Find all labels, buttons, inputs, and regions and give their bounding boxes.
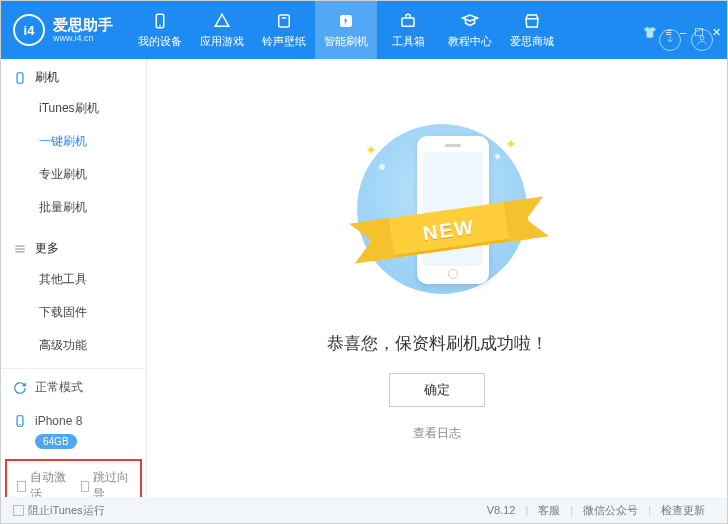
nav-store[interactable]: 爱思商城 <box>501 1 563 59</box>
nav-my-devices[interactable]: 我的设备 <box>129 1 191 59</box>
nav-label: 智能刷机 <box>324 34 368 49</box>
view-log-link[interactable]: 查看日志 <box>413 425 461 442</box>
device-mode: 正常模式 <box>1 369 146 406</box>
nav-label: 爱思商城 <box>510 34 554 49</box>
sidebar-item-advanced[interactable]: 高级功能 <box>1 329 146 362</box>
sidebar-group-flash: 刷机 <box>1 59 146 92</box>
star-icon: ✦ <box>505 136 517 152</box>
brand-url: www.i4.cn <box>53 34 113 43</box>
sidebar-heading: 更多 <box>35 240 59 257</box>
more-icon <box>13 242 27 256</box>
apps-icon <box>213 12 231 30</box>
store-icon <box>523 12 541 30</box>
download-icon <box>664 34 676 46</box>
nav-smart-flash[interactable]: 智能刷机 <box>315 1 377 59</box>
svg-rect-7 <box>17 72 23 83</box>
nav-tutorials[interactable]: 教程中心 <box>439 1 501 59</box>
top-nav: 我的设备 应用游戏 铃声壁纸 智能刷机 工具箱 教程中心 <box>129 1 563 59</box>
customer-service-link[interactable]: 客服 <box>528 503 570 518</box>
checkbox-block-itunes[interactable]: 阻止iTunes运行 <box>13 503 105 518</box>
title-bar: i4 爱思助手 www.i4.cn 我的设备 应用游戏 铃声壁纸 智能刷机 <box>1 1 727 59</box>
sidebar-item-batch-flash[interactable]: 批量刷机 <box>1 191 146 224</box>
device-icon <box>151 12 169 30</box>
nav-ringtones[interactable]: 铃声壁纸 <box>253 1 315 59</box>
checkbox-label: 阻止iTunes运行 <box>28 503 105 518</box>
svg-rect-2 <box>279 15 290 27</box>
close-button[interactable]: ✕ <box>712 26 721 39</box>
nav-label: 我的设备 <box>138 34 182 49</box>
nav-label: 工具箱 <box>392 34 425 49</box>
phone-icon <box>13 71 27 85</box>
sidebar-group-more: 更多 <box>1 230 146 263</box>
nav-label: 教程中心 <box>448 34 492 49</box>
sidebar-item-pro-flash[interactable]: 专业刷机 <box>1 158 146 191</box>
download-button[interactable] <box>659 29 681 51</box>
device-name: iPhone 8 <box>35 414 82 428</box>
account-button[interactable] <box>691 29 713 51</box>
nav-toolbox[interactable]: 工具箱 <box>377 1 439 59</box>
sidebar: 刷机 iTunes刷机 一键刷机 专业刷机 批量刷机 更多 其他工具 下载固件 … <box>1 59 147 497</box>
main-panel: ✦ ✦ ✦ NEW 恭喜您，保资料刷机成功啦！ 确定 查看日志 <box>147 59 727 497</box>
version-label: V8.12 <box>477 504 526 516</box>
brand-logo-icon: i4 <box>13 14 45 46</box>
nav-apps-games[interactable]: 应用游戏 <box>191 1 253 59</box>
success-illustration: ✦ ✦ ✦ NEW <box>327 114 547 314</box>
brand: i4 爱思助手 www.i4.cn <box>1 14 129 46</box>
skin-button[interactable]: 👕 <box>643 26 657 39</box>
check-update-link[interactable]: 检查更新 <box>651 503 715 518</box>
success-message: 恭喜您，保资料刷机成功啦！ <box>327 332 548 355</box>
wechat-link[interactable]: 微信公众号 <box>573 503 648 518</box>
svg-rect-5 <box>402 18 414 26</box>
svg-point-6 <box>700 36 704 40</box>
user-icon <box>696 34 708 46</box>
sidebar-heading: 刷机 <box>35 69 59 86</box>
sidebar-item-itunes-flash[interactable]: iTunes刷机 <box>1 92 146 125</box>
star-icon: ✦ <box>365 142 377 158</box>
sidebar-item-oneclick-flash[interactable]: 一键刷机 <box>1 125 146 158</box>
nav-label: 铃声壁纸 <box>262 34 306 49</box>
sidebar-item-other-tools[interactable]: 其他工具 <box>1 263 146 296</box>
mode-label: 正常模式 <box>35 379 83 396</box>
tutorial-icon <box>461 12 479 30</box>
toolbox-icon <box>399 12 417 30</box>
phone-icon <box>13 414 27 428</box>
sidebar-item-download-firmware[interactable]: 下载固件 <box>1 296 146 329</box>
status-bar: 阻止iTunes运行 V8.12 | 客服 | 微信公众号 | 检查更新 <box>1 497 727 523</box>
storage-badge: 64GB <box>35 434 77 449</box>
brand-name: 爱思助手 <box>53 17 113 32</box>
device-block[interactable]: iPhone 8 64GB <box>1 406 146 459</box>
ok-button[interactable]: 确定 <box>389 373 485 407</box>
ringtone-icon <box>275 12 293 30</box>
flash-icon <box>337 12 355 30</box>
refresh-icon <box>13 381 27 395</box>
nav-label: 应用游戏 <box>200 34 244 49</box>
